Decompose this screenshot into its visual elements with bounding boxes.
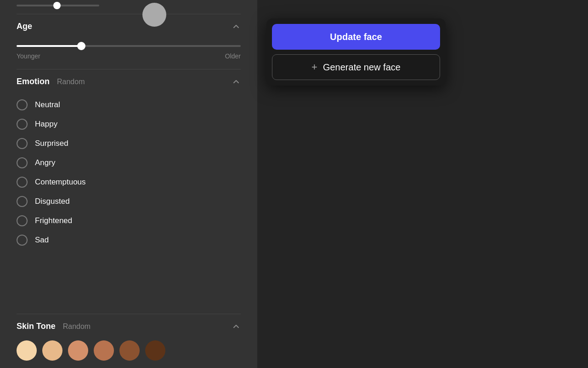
slider-remnant — [17, 0, 241, 6]
avatar-circle — [142, 3, 166, 27]
generate-new-face-button[interactable]: + Generate new face — [272, 54, 440, 80]
gender-avatar-area — [142, 3, 166, 27]
skin-tone-title-group: Skin Tone Random — [17, 322, 90, 331]
emotion-title: Emotion — [17, 77, 50, 86]
radio-angry[interactable] — [17, 157, 28, 168]
radio-surprised[interactable] — [17, 138, 28, 149]
age-slider-container — [17, 40, 241, 49]
emotion-subtitle: Random — [57, 78, 85, 86]
skin-tone-section: Skin Tone Random — [17, 314, 241, 368]
emotion-section: Emotion Random Neutral Happy Surprised — [17, 69, 241, 257]
radio-sad[interactable] — [17, 235, 28, 246]
radio-contemptuous[interactable] — [17, 177, 28, 188]
plus-icon: + — [311, 61, 317, 73]
age-chevron-icon[interactable] — [232, 22, 241, 31]
list-item[interactable]: Angry — [17, 154, 241, 172]
radio-disgusted[interactable] — [17, 196, 28, 207]
generate-face-label: Generate new face — [323, 62, 401, 73]
skin-tone-swatch-3[interactable] — [68, 340, 88, 361]
emotion-surprised-label: Surprised — [35, 139, 68, 148]
skin-tone-section-header: Skin Tone Random — [17, 322, 241, 331]
emotion-contemptuous-label: Contemptuous — [35, 178, 86, 187]
skin-tone-chevron-icon[interactable] — [232, 322, 241, 331]
list-item[interactable]: Neutral — [17, 96, 241, 114]
age-section-header: Age — [17, 22, 241, 31]
emotion-neutral-label: Neutral — [35, 100, 60, 109]
list-item[interactable]: Frightened — [17, 212, 241, 230]
skin-tone-swatch-6[interactable] — [145, 340, 165, 361]
list-item[interactable]: Surprised — [17, 134, 241, 153]
emotion-title-group: Emotion Random — [17, 77, 85, 86]
skin-tone-swatch-2[interactable] — [42, 340, 62, 361]
skin-tone-swatch-5[interactable] — [119, 340, 140, 361]
list-item[interactable]: Contemptuous — [17, 173, 241, 191]
top-section — [17, 0, 241, 14]
list-item[interactable]: Sad — [17, 231, 241, 249]
slider-thumb — [53, 2, 61, 9]
radio-happy[interactable] — [17, 119, 28, 130]
left-panel: Age Younger Older Emotion Random — [0, 0, 257, 368]
skin-tone-swatch-4[interactable] — [94, 340, 114, 361]
skin-tone-color-list — [17, 340, 241, 361]
emotion-sad-label: Sad — [35, 236, 49, 245]
emotion-frightened-label: Frightened — [35, 216, 72, 225]
emotion-angry-label: Angry — [35, 158, 55, 167]
list-item[interactable]: Happy — [17, 115, 241, 133]
radio-frightened[interactable] — [17, 215, 28, 226]
skin-tone-subtitle: Random — [63, 322, 90, 331]
emotion-chevron-icon[interactable] — [232, 77, 241, 86]
age-slider[interactable] — [17, 45, 241, 47]
list-item[interactable]: Disgusted — [17, 192, 241, 211]
age-title: Age — [17, 22, 32, 31]
radio-neutral[interactable] — [17, 99, 28, 110]
slider-track — [17, 5, 99, 6]
skin-tone-swatch-1[interactable] — [17, 340, 37, 361]
emotion-section-header: Emotion Random — [17, 77, 241, 86]
age-title-group: Age — [17, 22, 32, 31]
emotion-disgusted-label: Disgusted — [35, 197, 70, 206]
age-younger-label: Younger — [17, 52, 40, 60]
age-labels: Younger Older — [17, 52, 241, 60]
update-face-button[interactable]: Update face — [272, 24, 440, 50]
age-section: Age Younger Older — [17, 14, 241, 69]
skin-tone-title: Skin Tone — [17, 322, 56, 331]
popup-menu: Update face + Generate new face — [266, 18, 446, 86]
emotion-list: Neutral Happy Surprised Angry Contemptuo… — [17, 96, 241, 249]
emotion-happy-label: Happy — [35, 120, 57, 129]
age-older-label: Older — [225, 52, 241, 60]
